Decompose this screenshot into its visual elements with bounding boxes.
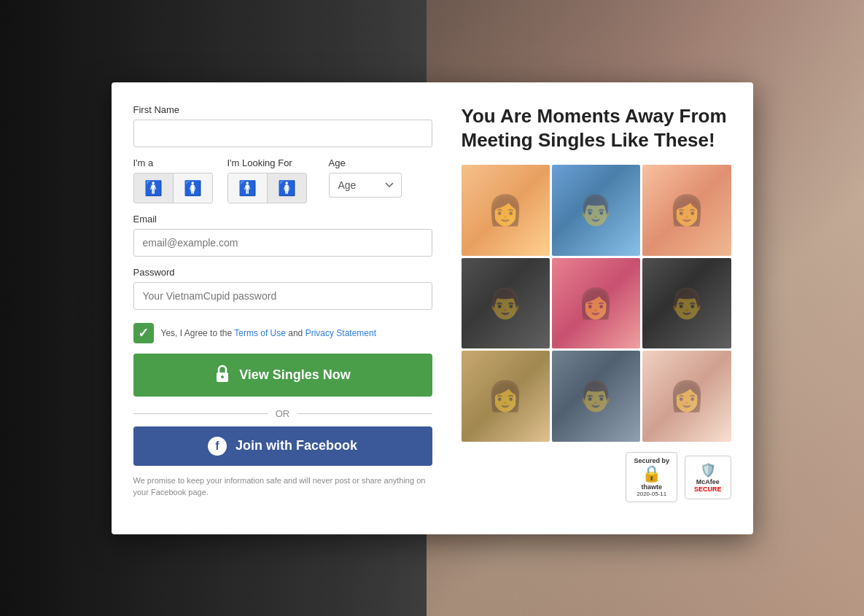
terms-checkbox[interactable]: ✓ <box>133 323 154 343</box>
or-line-right <box>297 413 432 414</box>
man-icon: 🚹 <box>144 179 163 197</box>
looking-man-icon: 🚹 <box>238 179 257 197</box>
mcafee-badge: 🛡️ McAfee SECURE <box>685 456 731 499</box>
terms-text: Yes, I Agree to the Terms of Use and Pri… <box>161 328 377 338</box>
facebook-icon: f <box>208 437 227 456</box>
first-name-label: First Name <box>133 104 432 115</box>
terms-link[interactable]: Terms of Use <box>234 328 286 338</box>
im-a-section: I'm a 🚹 🚺 <box>133 157 213 203</box>
or-line-left <box>133 413 268 414</box>
looking-man-btn[interactable]: 🚹 <box>228 174 268 203</box>
looking-woman-btn[interactable]: 🚺 <box>268 174 306 203</box>
looking-for-section: I'm Looking For 🚹 🚺 <box>227 157 307 203</box>
im-a-man-btn[interactable]: 🚹 <box>134 174 174 203</box>
left-panel: First Name I'm a 🚹 🚺 I'm Looking For <box>133 104 432 512</box>
person-silhouette-6: 👨 <box>669 286 705 321</box>
photo-3: 👩 <box>642 165 731 256</box>
thawte-name: thawte <box>641 483 662 491</box>
person-silhouette-5: 👩 <box>577 286 614 321</box>
person-silhouette-1: 👩 <box>487 193 524 227</box>
thawte-lock-icon: 🔒 <box>642 464 661 483</box>
thawte-date: 2020-05-11 <box>637 491 666 497</box>
mcafee-shield-icon: 🛡️ <box>700 462 716 478</box>
terms-row: ✓ Yes, I Agree to the Terms of Use and P… <box>133 323 432 343</box>
im-a-woman-btn[interactable]: 🚺 <box>174 174 212 203</box>
person-silhouette-2: 👨 <box>577 193 614 227</box>
or-divider: OR <box>133 408 432 419</box>
age-label: Age <box>329 157 402 168</box>
age-select[interactable]: Age 181920 212223 242530 354050 <box>329 173 402 198</box>
person-silhouette-9: 👩 <box>669 379 705 413</box>
photo-2: 👨 <box>552 165 640 256</box>
photo-4: 👨 <box>462 258 550 349</box>
signup-modal: First Name I'm a 🚹 🚺 I'm Looking For <box>112 82 753 534</box>
password-label: Password <box>133 267 432 278</box>
lock-icon <box>214 364 230 386</box>
mcafee-text: McAfee <box>696 478 720 486</box>
woman-icon: 🚺 <box>184 179 202 197</box>
thawte-badge: Secured by 🔒 thawte 2020-05-11 <box>626 452 677 502</box>
first-name-input[interactable] <box>133 120 432 147</box>
svg-point-1 <box>221 375 224 378</box>
photo-8: 👨 <box>552 351 640 442</box>
secured-by-text: Secured by <box>634 457 669 464</box>
email-input[interactable] <box>133 229 432 257</box>
email-label: Email <box>133 214 432 225</box>
or-text: OR <box>276 408 290 419</box>
privacy-note: We promise to keep your information safe… <box>133 475 432 499</box>
looking-woman-icon: 🚺 <box>278 179 296 197</box>
photo-9: 👩 <box>642 351 731 442</box>
security-badges: Secured by 🔒 thawte 2020-05-11 🛡️ McAfee… <box>462 452 731 502</box>
check-icon: ✓ <box>138 327 149 340</box>
photo-6: 👨 <box>642 258 731 349</box>
person-silhouette-3: 👩 <box>669 193 705 227</box>
im-a-label: I'm a <box>133 157 213 168</box>
view-singles-button[interactable]: View Singles Now <box>133 354 432 397</box>
right-heading: You Are Moments Away From Meeting Single… <box>462 104 731 154</box>
photo-grid: 👩 👨 👩 👨 👩 👨 👩 👨 <box>462 165 731 442</box>
join-facebook-button[interactable]: f Join with Facebook <box>133 426 432 466</box>
person-silhouette-4: 👨 <box>487 286 524 321</box>
mcafee-secure-label: SECURE <box>694 486 722 493</box>
right-panel: You Are Moments Away From Meeting Single… <box>462 104 731 512</box>
photo-5: 👩 <box>552 258 640 349</box>
person-silhouette-8: 👨 <box>577 379 614 413</box>
looking-for-label: I'm Looking For <box>227 157 307 168</box>
person-silhouette-7: 👩 <box>487 379 524 413</box>
privacy-link[interactable]: Privacy Statement <box>305 328 376 338</box>
im-a-buttons: 🚹 🚺 <box>133 173 213 203</box>
age-section: Age Age 181920 212223 242530 354050 <box>329 157 402 198</box>
photo-1: 👩 <box>462 165 550 256</box>
looking-for-buttons: 🚹 🚺 <box>227 173 307 203</box>
password-input[interactable] <box>133 282 432 310</box>
gender-row: I'm a 🚹 🚺 I'm Looking For 🚹 <box>133 157 432 203</box>
photo-7: 👩 <box>462 351 550 442</box>
